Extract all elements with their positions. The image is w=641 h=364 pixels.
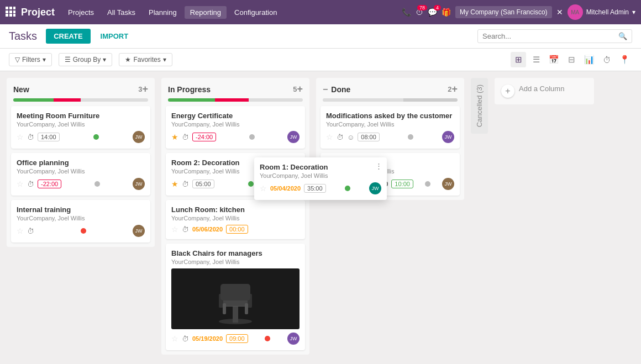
page-title: Tasks — [9, 30, 37, 43]
filters-row: ▽ Filters ▾ ☰ Group By ▾ ★ Favorites ▾ ⊞… — [0, 49, 641, 71]
column-header-inprogress: In Progress 5 + — [161, 78, 309, 98]
card-footer: ☆ ⏱ 05/06/2020 00:00 — [171, 225, 300, 234]
status-dot — [408, 134, 413, 140]
nav-planning[interactable]: Planning — [143, 6, 182, 19]
clock-icon: ⏱ — [337, 133, 344, 141]
column-count-new: 3 — [138, 85, 142, 93]
star-icon[interactable]: ★ — [171, 133, 178, 141]
nav-projects[interactable]: Projects — [62, 6, 99, 19]
card-energy-cert[interactable]: Energy Certificate YourCompany, Joel Wil… — [166, 106, 305, 149]
gift-icon[interactable]: 🎁 — [442, 8, 451, 17]
star-icon: ★ — [125, 56, 131, 64]
phone-icon[interactable]: 📞 — [402, 8, 411, 17]
card-lunch-room[interactable]: Lunch Room: kitchen YourCompany, Joel Wi… — [166, 200, 305, 239]
close-icon[interactable]: ✕ — [556, 8, 563, 17]
card-title: Black Chairs for managers — [171, 249, 300, 257]
view-grid[interactable]: ⊟ — [564, 52, 579, 67]
card-title: Office planning — [17, 159, 145, 167]
user-name: Mitchell Admin — [586, 8, 629, 16]
groupby-button[interactable]: ☰ Group By ▾ — [59, 53, 113, 66]
filter-icon: ▽ — [15, 56, 20, 64]
view-clock[interactable]: ⏱ — [599, 52, 614, 67]
svg-rect-7 — [9, 14, 12, 17]
column-add-new[interactable]: + — [142, 83, 148, 95]
search-icon[interactable]: 🔍 — [618, 32, 627, 40]
timer-badge: 78 — [417, 5, 427, 10]
card-footer: ☆ ⏱ ☺ 08:00 JW — [326, 131, 454, 143]
pb-gray-ip — [249, 98, 303, 102]
status-dot — [249, 134, 255, 140]
view-kanban[interactable]: ⊞ — [511, 52, 526, 67]
star-icon[interactable]: ★ — [171, 180, 178, 188]
cancelled-sidebar[interactable]: Cancelled (3) — [471, 78, 488, 134]
nav-alltasks[interactable]: All Tasks — [102, 6, 141, 19]
import-button[interactable]: IMPORT — [95, 29, 134, 44]
pb-red-ip — [215, 98, 249, 102]
view-list[interactable]: ☰ — [528, 52, 544, 67]
column-add-inprogress[interactable]: + — [297, 83, 303, 95]
view-icons: ⊞ ☰ 📅 ⊟ 📊 ⏱ 📍 — [511, 52, 632, 67]
filters-button[interactable]: ▽ Filters ▾ — [9, 53, 52, 66]
card-company: YourCompany, Joel Willis — [17, 215, 145, 221]
company-selector[interactable]: My Company (San Francisco) — [455, 6, 552, 18]
clock-icon: ⏱ — [27, 133, 34, 141]
floating-card-title: Room 1: Decoration — [260, 163, 381, 171]
pb-green-ip — [168, 98, 215, 102]
pb-gray1-done — [323, 98, 403, 102]
add-column[interactable]: + Add a Column — [495, 78, 594, 104]
status-dot — [81, 228, 86, 234]
date-label: 05/04/2020 — [270, 185, 301, 192]
card-internal-training[interactable]: Internal training YourCompany, Joel Will… — [11, 200, 150, 242]
toolbar: Tasks CREATE IMPORT 🔍 — [0, 24, 641, 49]
nav-reporting[interactable]: Reporting — [185, 6, 227, 19]
card-black-chairs[interactable]: Black Chairs for managers YourCompany, J… — [166, 244, 305, 350]
column-header-done: − Done 2 + — [316, 78, 464, 98]
pb-green-new — [13, 98, 54, 102]
nav-configuration[interactable]: Configuration — [229, 6, 282, 19]
card-company: YourCompany, Joel Willis — [171, 215, 300, 221]
card-office-planning[interactable]: Office planning YourCompany, Joel Willis… — [11, 153, 150, 196]
star-icon[interactable]: ☆ — [171, 225, 178, 234]
navbar-right: 📞 ⏱ 78 💬 4 🎁 My Company (San Francisco) … — [402, 4, 635, 20]
star-icon[interactable]: ☆ — [171, 334, 178, 343]
view-calendar[interactable]: 📅 — [546, 52, 561, 67]
card-avatar: JW — [369, 182, 381, 194]
main-nav: Projects All Tasks Planning Reporting Co… — [62, 6, 400, 19]
column-add-done[interactable]: + — [451, 83, 458, 95]
view-chart[interactable]: 📊 — [581, 52, 597, 67]
star-icon[interactable]: ☆ — [326, 133, 333, 141]
card-modifications[interactable]: Modifications asked by the customer Your… — [320, 106, 460, 149]
create-button[interactable]: CREATE — [46, 29, 90, 44]
timer-badge-wrap[interactable]: ⏱ 78 — [416, 8, 423, 17]
search-input[interactable] — [482, 32, 618, 40]
favorites-button[interactable]: ★ Favorites ▾ — [119, 53, 172, 66]
card-avatar: JW — [442, 178, 454, 190]
star-icon[interactable]: ☆ — [260, 184, 267, 193]
star-icon[interactable]: ☆ — [17, 226, 24, 235]
card-meeting-room[interactable]: Meeting Room Furniture YourCompany, Joel… — [11, 106, 150, 149]
card-company: YourCompany, Joel Willis — [17, 168, 145, 175]
add-column-plus[interactable]: + — [501, 85, 514, 98]
user-menu[interactable]: MA Mitchell Admin ▾ — [568, 4, 635, 20]
status-dot — [248, 181, 254, 187]
status-dot — [93, 134, 99, 140]
svg-rect-4 — [9, 10, 12, 13]
star-icon[interactable]: ☆ — [17, 133, 24, 141]
svg-rect-3 — [6, 10, 8, 13]
chat-badge-wrap[interactable]: 💬 4 — [428, 8, 437, 17]
grid-icon[interactable] — [6, 7, 15, 18]
star-icon[interactable]: ☆ — [17, 180, 24, 188]
add-column-label: Add a Column — [519, 85, 564, 93]
card-title: Meeting Room Furniture — [17, 112, 145, 120]
floating-card-menu[interactable]: ⋮ — [375, 162, 382, 170]
card-avatar: JW — [133, 131, 145, 143]
search-wrap: 🔍 — [477, 29, 632, 43]
board-container: New 3 + Meeting Room Furniture YourCompa… — [0, 71, 641, 363]
view-map[interactable]: 📍 — [617, 52, 632, 67]
column-collapse-done[interactable]: − — [323, 85, 328, 94]
smile-icon: ☺ — [347, 133, 354, 141]
svg-rect-5 — [13, 10, 15, 13]
card-avatar: JW — [442, 131, 454, 143]
floating-card[interactable]: ⋮ Room 1: Decoration YourCompany, Joel W… — [254, 157, 387, 200]
card-footer: ☆ ⏱ JW — [17, 225, 145, 237]
